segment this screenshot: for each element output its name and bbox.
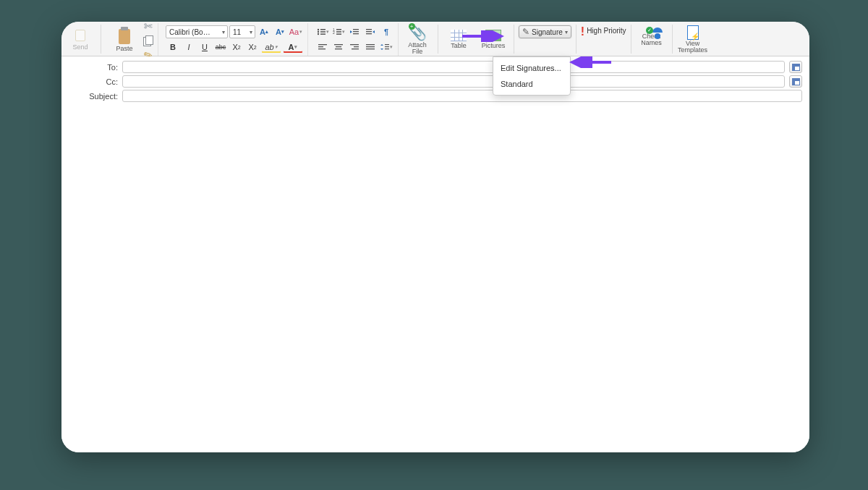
to-row: To:	[69, 61, 802, 73]
svg-point-0	[317, 29, 318, 30]
svg-rect-5	[320, 33, 326, 35]
svg-rect-26	[366, 44, 375, 45]
svg-rect-9	[336, 31, 341, 33]
signature-label: Signature	[532, 28, 563, 36]
align-right-button[interactable]	[347, 41, 362, 54]
svg-rect-29	[385, 44, 389, 45]
svg-rect-3	[320, 31, 326, 33]
align-center-button[interactable]	[331, 41, 346, 54]
subscript-button[interactable]: X2	[229, 41, 244, 54]
indent-button[interactable]	[363, 25, 378, 38]
check-names-button[interactable]: ✓ Check Names	[636, 23, 668, 55]
justify-button[interactable]	[363, 41, 378, 54]
svg-rect-30	[385, 46, 389, 47]
line-spacing-button[interactable]	[379, 41, 393, 54]
template-icon	[687, 25, 699, 40]
highlight-button[interactable]: ab	[261, 41, 281, 54]
format-painter-button[interactable]: ✎	[142, 48, 155, 62]
to-input[interactable]	[122, 61, 785, 73]
header-fields: To: Cc: Subject:	[61, 56, 809, 107]
signature-menu: Edit Signatures... Standard	[493, 56, 571, 96]
svg-rect-28	[366, 48, 375, 49]
priority-group: ! High Priority	[581, 23, 626, 56]
cc-label: Cc:	[69, 77, 118, 86]
send-button[interactable]: Send	[64, 23, 96, 55]
align-left-icon	[318, 43, 327, 51]
svg-text:2: 2	[333, 30, 335, 35]
svg-rect-7	[336, 29, 341, 30]
signature-button[interactable]: ✎ Signature ▾	[519, 25, 571, 38]
addressbook-icon	[792, 78, 800, 85]
copy-button[interactable]	[142, 34, 155, 47]
annotation-arrow-side	[569, 56, 613, 68]
bullets-button[interactable]	[315, 25, 330, 38]
svg-rect-19	[318, 48, 326, 49]
shrink-font-button[interactable]: A▾	[273, 25, 287, 38]
signature-group: ✎ Signature ▾	[519, 23, 571, 56]
svg-rect-27	[366, 46, 375, 47]
plus-icon: +	[409, 23, 415, 30]
svg-rect-1	[320, 29, 326, 30]
separator	[631, 25, 631, 54]
subject-row: Subject:	[69, 90, 802, 102]
font-family-select[interactable]: Calibri (Bo…	[166, 25, 228, 38]
svg-point-2	[317, 31, 318, 33]
separator	[576, 25, 576, 54]
font-size-value: 11	[233, 28, 241, 36]
to-addressbook-button[interactable]	[789, 61, 802, 73]
svg-point-4	[317, 33, 318, 35]
cut-button[interactable]: ✄	[142, 22, 155, 33]
align-right-icon	[350, 43, 359, 51]
svg-rect-12	[353, 31, 359, 32]
align-center-icon	[334, 43, 343, 51]
outdent-button[interactable]	[347, 25, 362, 38]
svg-rect-25	[352, 48, 359, 49]
underline-button[interactable]: U	[197, 41, 212, 54]
view-templates-button[interactable]: View Templates	[677, 23, 709, 55]
paste-icon	[116, 27, 132, 44]
paragraph-group: 12 ¶	[311, 23, 399, 56]
numbering-icon: 12	[333, 28, 341, 35]
svg-rect-17	[318, 44, 327, 45]
svg-rect-22	[335, 48, 342, 49]
bold-button[interactable]: B	[166, 41, 180, 54]
standard-signature-item[interactable]: Standard	[493, 76, 570, 92]
clear-format-button[interactable]: Aa	[289, 25, 303, 38]
paste-button[interactable]: Paste	[109, 24, 140, 56]
grow-font-button[interactable]: A▴	[257, 25, 271, 38]
chevron-down-icon: ▾	[565, 29, 568, 35]
svg-rect-11	[353, 29, 359, 30]
edit-signatures-item[interactable]: Edit Signatures...	[493, 60, 570, 76]
send-icon	[72, 28, 88, 43]
subject-label: Subject:	[69, 92, 118, 101]
svg-rect-16	[366, 33, 372, 34]
separator	[438, 25, 438, 54]
superscript-button[interactable]: X2	[245, 41, 260, 54]
italic-button[interactable]: I	[182, 41, 196, 54]
attach-file-button[interactable]: 📎+ Attach File	[401, 23, 433, 55]
numbering-button[interactable]: 12	[331, 25, 346, 38]
to-label: To:	[69, 63, 118, 72]
indent-icon	[366, 28, 375, 35]
subject-input[interactable]	[122, 90, 802, 102]
paste-label: Paste	[116, 45, 132, 52]
align-left-button[interactable]	[315, 41, 330, 54]
exclamation-icon: !	[581, 25, 584, 38]
font-family-value: Calibri (Bo…	[169, 28, 210, 36]
copy-icon	[143, 35, 153, 46]
cc-input[interactable]	[122, 75, 785, 88]
message-body[interactable]	[61, 107, 809, 452]
separator	[672, 25, 673, 54]
show-marks-button[interactable]: ¶	[379, 25, 393, 38]
font-size-select[interactable]: 11	[229, 25, 255, 38]
bullets-icon	[317, 28, 326, 35]
cc-addressbook-button[interactable]	[789, 75, 802, 88]
font-color-button[interactable]: A	[283, 41, 303, 54]
high-priority-button[interactable]: High Priority	[587, 25, 626, 35]
svg-rect-31	[385, 48, 389, 49]
svg-rect-23	[350, 44, 359, 45]
annotation-arrow-top	[462, 30, 506, 42]
pictures-label: Pictures	[482, 42, 506, 49]
strike-button[interactable]: abc	[213, 41, 228, 54]
svg-rect-21	[336, 46, 341, 47]
